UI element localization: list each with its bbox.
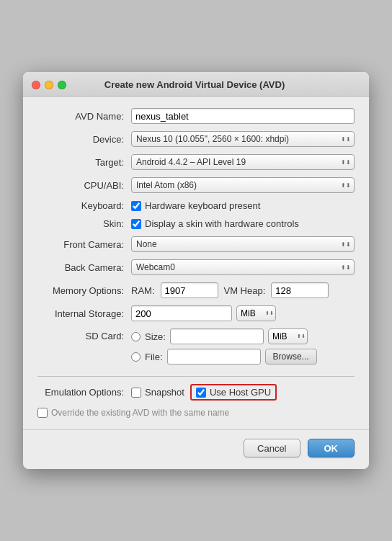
divider [37,376,355,377]
override-label: Override the existing AVD with the same … [51,408,229,418]
use-host-gpu-box: Use Host GPU [190,384,277,401]
skin-label: Skin: [37,218,131,229]
sd-card-label: SD Card: [37,328,131,341]
target-select-wrapper: Android 4.4.2 – API Level 19 [131,154,355,170]
emulation-label: Emulation Options: [37,387,131,398]
use-host-gpu-label: Use Host GPU [210,387,271,398]
snapshot-checkbox[interactable] [131,388,141,398]
memory-inputs: RAM: VM Heap: [131,282,355,298]
internal-storage-row: Internal Storage: MiB GiB [37,305,355,321]
device-label: Device: [37,134,131,145]
storage-inputs: MiB GiB [131,305,355,321]
memory-row: Memory Options: RAM: VM Heap: [37,282,355,298]
window-title: Create new Android Virtual Device (AVD) [29,79,360,90]
sd-card-row: SD Card: Size: MiB GiB File: [37,328,355,369]
emulation-options: Snapshot Use Host GPU [131,384,355,401]
sd-file-label: File: [145,352,163,362]
avd-name-input[interactable] [131,108,355,124]
cpu-select[interactable]: Intel Atom (x86) [131,177,355,193]
avd-dialog: Create new Android Virtual Device (AVD) … [23,72,369,469]
memory-label: Memory Options: [37,285,131,296]
ok-button[interactable]: OK [308,439,355,457]
avd-name-label: AVD Name: [37,111,131,122]
sd-unit-select[interactable]: MiB GiB [268,328,308,344]
target-select[interactable]: Android 4.4.2 – API Level 19 [131,154,355,170]
vm-heap-label: VM Heap: [224,285,266,296]
storage-unit-select[interactable]: MiB GiB [236,305,276,321]
vm-heap-input[interactable] [271,282,329,298]
storage-unit-wrapper: MiB GiB [236,305,276,321]
cpu-select-wrapper: Intel Atom (x86) [131,177,355,193]
keyboard-checkbox-row: Hardware keyboard present [131,200,260,211]
sd-file-input[interactable] [167,349,261,365]
internal-storage-label: Internal Storage: [37,308,131,319]
browse-button[interactable]: Browse... [265,349,317,365]
cpu-label: CPU/ABI: [37,180,131,191]
keyboard-checkbox[interactable] [131,201,141,211]
keyboard-check-label: Hardware keyboard present [145,200,260,211]
skin-row: Skin: Display a skin with hardware contr… [37,218,355,229]
use-host-gpu-checkbox[interactable] [196,388,206,398]
cpu-row: CPU/ABI: Intel Atom (x86) [37,177,355,193]
keyboard-row: Keyboard: Hardware keyboard present [37,200,355,211]
target-label: Target: [37,157,131,168]
sd-size-radio[interactable] [131,332,141,341]
front-camera-row: Front Camera: None [37,236,355,252]
sd-size-input[interactable] [170,328,264,344]
override-row: Override the existing AVD with the same … [37,408,355,418]
back-camera-select[interactable]: Webcam0 [131,259,355,275]
snapshot-box: Snapshot [131,387,184,398]
back-camera-label: Back Camera: [37,262,131,273]
title-bar: Create new Android Virtual Device (AVD) [23,72,369,97]
internal-storage-input[interactable] [131,305,232,321]
skin-checkbox[interactable] [131,219,141,229]
keyboard-label: Keyboard: [37,200,131,211]
device-select-wrapper: Nexus 10 (10.055", 2560 × 1600: xhdpi) [131,131,355,147]
sd-size-option: Size: MiB GiB [131,328,355,344]
form-content: AVD Name: Device: Nexus 10 (10.055", 256… [23,97,369,429]
target-row: Target: Android 4.4.2 – API Level 19 [37,154,355,170]
cancel-button[interactable]: Cancel [244,439,300,457]
front-camera-label: Front Camera: [37,239,131,250]
sd-file-radio[interactable] [131,352,141,362]
skin-check-label: Display a skin with hardware controls [145,218,299,229]
device-select[interactable]: Nexus 10 (10.055", 2560 × 1600: xhdpi) [131,131,355,147]
dialog-footer: Cancel OK [23,429,369,469]
back-camera-row: Back Camera: Webcam0 [37,259,355,275]
back-camera-select-wrapper: Webcam0 [131,259,355,275]
skin-checkbox-row: Display a skin with hardware controls [131,218,299,229]
ram-input[interactable] [161,282,218,298]
ram-label: RAM: [131,285,155,296]
sd-unit-wrapper: MiB GiB [268,328,308,344]
sd-size-label: Size: [145,331,166,342]
sd-file-option: File: Browse... [131,349,355,365]
emulation-row: Emulation Options: Snapshot Use Host GPU [37,384,355,401]
device-row: Device: Nexus 10 (10.055", 2560 × 1600: … [37,131,355,147]
snapshot-label: Snapshot [145,387,184,398]
front-camera-select-wrapper: None [131,236,355,252]
front-camera-select[interactable]: None [131,236,355,252]
avd-name-row: AVD Name: [37,108,355,124]
sd-card-section: Size: MiB GiB File: Browse... [131,328,355,369]
override-checkbox[interactable] [37,408,48,418]
